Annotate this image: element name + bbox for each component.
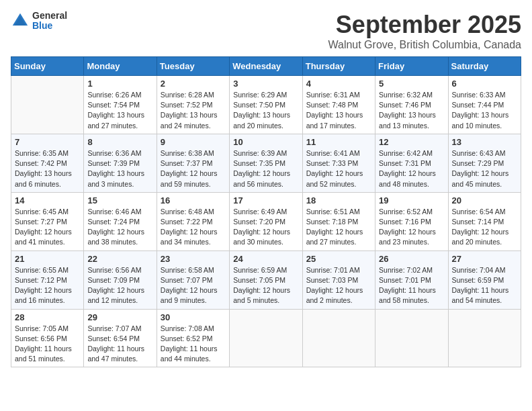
month-title: September 2025 [328, 11, 521, 39]
weekday-header: Sunday [11, 57, 84, 76]
day-info: Sunrise: 6:49 AM Sunset: 7:20 PM Dayligh… [233, 207, 298, 248]
day-info: Sunrise: 6:51 AM Sunset: 7:18 PM Dayligh… [306, 207, 371, 248]
calendar-cell: 3Sunrise: 6:29 AM Sunset: 7:50 PM Daylig… [230, 76, 302, 134]
day-number: 14 [15, 195, 80, 205]
calendar-cell: 6Sunrise: 6:33 AM Sunset: 7:44 PM Daylig… [448, 76, 521, 134]
day-number: 25 [306, 254, 371, 264]
calendar-cell: 22Sunrise: 6:56 AM Sunset: 7:09 PM Dayli… [84, 250, 157, 309]
calendar-cell: 26Sunrise: 7:02 AM Sunset: 7:01 PM Dayli… [375, 250, 448, 309]
day-number: 17 [233, 195, 298, 205]
day-number: 22 [87, 254, 152, 264]
day-info: Sunrise: 6:42 AM Sunset: 7:31 PM Dayligh… [379, 148, 444, 189]
weekday-header-row: SundayMondayTuesdayWednesdayThursdayFrid… [11, 57, 521, 76]
calendar-cell: 25Sunrise: 7:01 AM Sunset: 7:03 PM Dayli… [302, 250, 375, 309]
day-info: Sunrise: 6:56 AM Sunset: 7:09 PM Dayligh… [87, 265, 152, 306]
day-info: Sunrise: 6:33 AM Sunset: 7:44 PM Dayligh… [452, 90, 517, 131]
day-info: Sunrise: 6:31 AM Sunset: 7:48 PM Dayligh… [306, 90, 371, 131]
day-info: Sunrise: 7:08 AM Sunset: 6:52 PM Dayligh… [161, 324, 226, 365]
day-info: Sunrise: 6:46 AM Sunset: 7:24 PM Dayligh… [87, 207, 152, 248]
calendar-cell: 18Sunrise: 6:51 AM Sunset: 7:18 PM Dayli… [302, 192, 375, 250]
calendar-cell: 2Sunrise: 6:28 AM Sunset: 7:52 PM Daylig… [157, 76, 229, 134]
day-info: Sunrise: 6:45 AM Sunset: 7:27 PM Dayligh… [15, 207, 80, 248]
day-number: 10 [233, 137, 298, 147]
calendar-cell [230, 309, 302, 367]
day-info: Sunrise: 6:54 AM Sunset: 7:14 PM Dayligh… [452, 207, 517, 248]
day-info: Sunrise: 6:41 AM Sunset: 7:33 PM Dayligh… [306, 148, 371, 189]
day-number: 24 [233, 254, 298, 264]
day-info: Sunrise: 6:39 AM Sunset: 7:35 PM Dayligh… [233, 148, 298, 189]
calendar-cell: 11Sunrise: 6:41 AM Sunset: 7:33 PM Dayli… [302, 134, 375, 192]
weekday-header: Monday [84, 57, 157, 76]
calendar-cell: 9Sunrise: 6:38 AM Sunset: 7:37 PM Daylig… [157, 134, 229, 192]
day-info: Sunrise: 6:58 AM Sunset: 7:07 PM Dayligh… [161, 265, 226, 306]
day-info: Sunrise: 6:48 AM Sunset: 7:22 PM Dayligh… [161, 207, 226, 248]
logo-general: General [32, 11, 67, 21]
calendar-cell: 23Sunrise: 6:58 AM Sunset: 7:07 PM Dayli… [157, 250, 229, 309]
day-info: Sunrise: 6:35 AM Sunset: 7:42 PM Dayligh… [15, 148, 80, 189]
calendar-cell: 8Sunrise: 6:36 AM Sunset: 7:39 PM Daylig… [84, 134, 157, 192]
calendar-cell: 28Sunrise: 7:05 AM Sunset: 6:56 PM Dayli… [11, 309, 84, 367]
calendar-cell: 13Sunrise: 6:43 AM Sunset: 7:29 PM Dayli… [448, 134, 521, 192]
day-number: 27 [452, 254, 517, 264]
day-number: 15 [87, 195, 152, 205]
day-info: Sunrise: 7:05 AM Sunset: 6:56 PM Dayligh… [15, 324, 80, 365]
logo-text: General Blue [32, 11, 67, 32]
day-info: Sunrise: 6:36 AM Sunset: 7:39 PM Dayligh… [87, 148, 152, 189]
day-number: 9 [161, 137, 226, 147]
logo-icon [11, 11, 30, 30]
calendar-cell: 12Sunrise: 6:42 AM Sunset: 7:31 PM Dayli… [375, 134, 448, 192]
day-info: Sunrise: 6:38 AM Sunset: 7:37 PM Dayligh… [161, 148, 226, 189]
day-number: 26 [379, 254, 444, 264]
calendar-cell [11, 76, 84, 134]
calendar-body: 1Sunrise: 6:26 AM Sunset: 7:54 PM Daylig… [11, 76, 521, 367]
day-number: 28 [15, 312, 80, 322]
calendar-cell [375, 309, 448, 367]
calendar-cell: 4Sunrise: 6:31 AM Sunset: 7:48 PM Daylig… [302, 76, 375, 134]
day-number: 29 [87, 312, 152, 322]
day-number: 3 [233, 79, 298, 89]
calendar-table: SundayMondayTuesdayWednesdayThursdayFrid… [11, 56, 521, 367]
day-number: 8 [87, 137, 152, 147]
day-number: 23 [161, 254, 226, 264]
calendar-cell: 21Sunrise: 6:55 AM Sunset: 7:12 PM Dayli… [11, 250, 84, 309]
day-info: Sunrise: 7:01 AM Sunset: 7:03 PM Dayligh… [306, 265, 371, 306]
calendar-cell: 30Sunrise: 7:08 AM Sunset: 6:52 PM Dayli… [157, 309, 229, 367]
calendar-cell: 27Sunrise: 7:04 AM Sunset: 6:59 PM Dayli… [448, 250, 521, 309]
weekday-header: Saturday [448, 57, 521, 76]
calendar-cell: 24Sunrise: 6:59 AM Sunset: 7:05 PM Dayli… [230, 250, 302, 309]
calendar-week-row: 28Sunrise: 7:05 AM Sunset: 6:56 PM Dayli… [11, 309, 521, 367]
day-number: 5 [379, 79, 444, 89]
calendar-cell: 14Sunrise: 6:45 AM Sunset: 7:27 PM Dayli… [11, 192, 84, 250]
day-number: 6 [452, 79, 517, 89]
calendar-cell: 7Sunrise: 6:35 AM Sunset: 7:42 PM Daylig… [11, 134, 84, 192]
logo-blue: Blue [32, 21, 67, 31]
day-number: 16 [161, 195, 226, 205]
day-number: 30 [161, 312, 226, 322]
day-number: 20 [452, 195, 517, 205]
day-info: Sunrise: 6:43 AM Sunset: 7:29 PM Dayligh… [452, 148, 517, 189]
day-number: 21 [15, 254, 80, 264]
location: Walnut Grove, British Columbia, Canada [328, 39, 521, 51]
calendar-cell: 1Sunrise: 6:26 AM Sunset: 7:54 PM Daylig… [84, 76, 157, 134]
calendar-cell: 5Sunrise: 6:32 AM Sunset: 7:46 PM Daylig… [375, 76, 448, 134]
calendar-cell: 17Sunrise: 6:49 AM Sunset: 7:20 PM Dayli… [230, 192, 302, 250]
day-info: Sunrise: 6:52 AM Sunset: 7:16 PM Dayligh… [379, 207, 444, 248]
weekday-header: Thursday [302, 57, 375, 76]
day-number: 1 [87, 79, 152, 89]
weekday-header: Friday [375, 57, 448, 76]
day-number: 18 [306, 195, 371, 205]
day-number: 12 [379, 137, 444, 147]
day-info: Sunrise: 6:29 AM Sunset: 7:50 PM Dayligh… [233, 90, 298, 131]
day-number: 4 [306, 79, 371, 89]
calendar-week-row: 14Sunrise: 6:45 AM Sunset: 7:27 PM Dayli… [11, 192, 521, 250]
day-info: Sunrise: 6:59 AM Sunset: 7:05 PM Dayligh… [233, 265, 298, 306]
day-info: Sunrise: 6:55 AM Sunset: 7:12 PM Dayligh… [15, 265, 80, 306]
calendar-week-row: 21Sunrise: 6:55 AM Sunset: 7:12 PM Dayli… [11, 250, 521, 309]
day-info: Sunrise: 7:04 AM Sunset: 6:59 PM Dayligh… [452, 265, 517, 306]
calendar-cell: 15Sunrise: 6:46 AM Sunset: 7:24 PM Dayli… [84, 192, 157, 250]
day-number: 13 [452, 137, 517, 147]
day-info: Sunrise: 7:07 AM Sunset: 6:54 PM Dayligh… [87, 324, 152, 365]
calendar-cell: 19Sunrise: 6:52 AM Sunset: 7:16 PM Dayli… [375, 192, 448, 250]
day-info: Sunrise: 6:32 AM Sunset: 7:46 PM Dayligh… [379, 90, 444, 131]
calendar-cell: 10Sunrise: 6:39 AM Sunset: 7:35 PM Dayli… [230, 134, 302, 192]
